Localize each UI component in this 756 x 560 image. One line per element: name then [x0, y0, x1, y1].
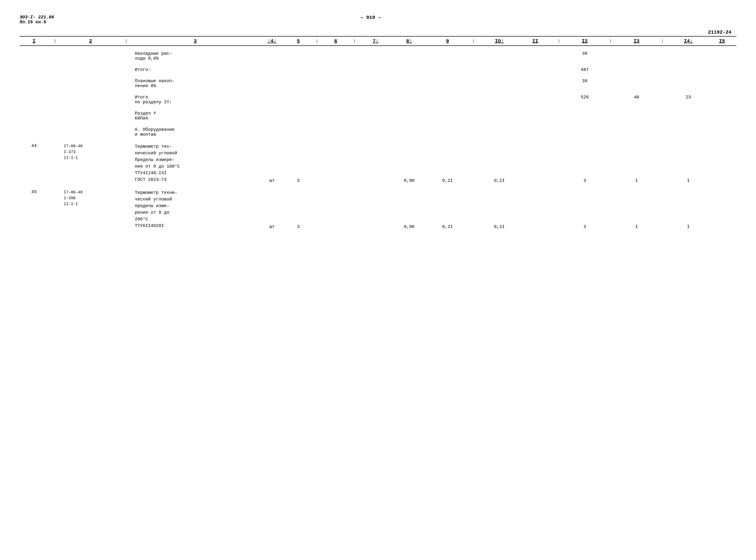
cell-overhead-c12: 39 [566, 50, 604, 62]
sep5: : [310, 37, 324, 46]
col-header-8: 8: [390, 37, 428, 46]
cell-45-c8: 0,90 [390, 188, 428, 230]
col-header-9: 9 [428, 37, 467, 46]
spacer-1 [20, 46, 736, 50]
cell-44-unit: шт [258, 142, 286, 184]
col-header-15: I5 [708, 37, 736, 46]
col-header-13: I3 [617, 37, 656, 46]
page-number: – 919 – [54, 15, 687, 20]
sep12: : [604, 37, 617, 46]
cell-45-unit: шт [258, 188, 286, 230]
cell-44-c12: 3 [566, 142, 604, 184]
cell-45-c13: I [617, 188, 656, 230]
cell-itogo2-c14: 23 [669, 94, 708, 105]
doc-ref-line1: ЭО3-I- 221.86 [20, 15, 54, 20]
spacer-6 [20, 122, 736, 126]
cell-45-c14: I [669, 188, 708, 230]
col-header-11: II [518, 37, 552, 46]
doc-number: 21192-24 [20, 29, 736, 35]
cell-44-c13: I [617, 142, 656, 184]
spacer-4 [20, 89, 736, 94]
cell-44-c1: 44 [20, 142, 48, 184]
col-header-6: 6 [324, 37, 348, 46]
spacer-8 [20, 184, 736, 188]
cell-itogo1-c12: 487 [566, 66, 604, 73]
col-header-2: 2 [62, 37, 120, 46]
cell-razdel-c3: Раздел YКИПиА [133, 110, 258, 122]
cell-44-c3: Термометр тех–нический угловойПределы из… [133, 142, 258, 184]
cell-45-c12: 3 [566, 188, 604, 230]
col-header-5: 5 [286, 37, 310, 46]
row-overhead: Накладные рас–ходы 8,6% 39 [20, 50, 736, 62]
sep9: : [467, 37, 480, 46]
cell-44-c2: I7–06–48I–373II–I–I [62, 142, 120, 184]
cell-planned-c3: Плановые накоп–ления 8% [133, 78, 258, 89]
sep2: : [120, 37, 133, 46]
row-44: 44 I7–06–48I–373II–I–I Термометр тех–нич… [20, 142, 736, 184]
main-table-container: 21192-24 I : 2 : 3 :4: 5 : 6 : 7: 8: 9 : [20, 29, 736, 230]
col-header-10: IO: [480, 37, 518, 46]
cell-45-qty: 3 [286, 188, 310, 230]
column-headers-row: I : 2 : 3 :4: 5 : 6 : 7: 8: 9 : IO: II :… [20, 37, 736, 46]
row-equipment-header: А. Оборудованиеи монтаж [20, 126, 736, 138]
cell-overhead-c1 [20, 50, 48, 62]
spacer-3 [20, 73, 736, 78]
sep1: : [48, 37, 62, 46]
cell-itogo2-c12: 526 [566, 94, 604, 105]
row-razdel: Раздел YКИПиА [20, 110, 736, 122]
spacer-2 [20, 62, 736, 66]
main-table: I : 2 : 3 :4: 5 : 6 : 7: 8: 9 : IO: II :… [20, 36, 736, 230]
cell-equipment-c3: А. Оборудованиеи монтаж [133, 126, 258, 138]
cell-planned-c12: 39 [566, 78, 604, 89]
cell-44-c9: 0,2I [428, 142, 467, 184]
cell-45-c3: Термометр техни–ческий угловойпределы из… [133, 188, 258, 230]
row-itogo2: Итогопо разделу IY: 526 40 23 [20, 94, 736, 105]
row-itogo1: Итого: 487 [20, 66, 736, 73]
cell-itogo2-c3: Итогопо разделу IY: [133, 94, 258, 105]
spacer-5 [20, 105, 736, 110]
cell-44-c8: 0,90 [390, 142, 428, 184]
spacer-7 [20, 138, 736, 142]
col-header-3: 3 [133, 37, 258, 46]
cell-itogo2-c13: 40 [617, 94, 656, 105]
cell-itogo1-c3: Итого: [133, 66, 258, 73]
sep11: : [552, 37, 566, 46]
cell-44-c14: I [669, 142, 708, 184]
col-header-1: I [20, 37, 48, 46]
col-header-14: I4: [669, 37, 708, 46]
col-header-7: 7: [361, 37, 390, 46]
doc-ref-line2: Лл.I6 кн.5 [20, 20, 54, 24]
cell-overhead-c3: Накладные рас–ходы 8,6% [133, 50, 258, 62]
cell-44-c10: 0,2I [480, 142, 518, 184]
doc-reference: ЭО3-I- 221.86 Лл.I6 кн.5 [20, 15, 54, 24]
cell-45-c2: I7–06–48I–398II–I–I [62, 188, 120, 230]
page-header: ЭО3-I- 221.86 Лл.I6 кн.5 – 919 – [20, 15, 736, 24]
cell-44-qty: 3 [286, 142, 310, 184]
cell-overhead-c2 [62, 50, 120, 62]
row-planned: Плановые накоп–ления 8% 39 [20, 78, 736, 89]
sep6: : [348, 37, 361, 46]
cell-45-c9: 0,2I [428, 188, 467, 230]
col-header-12: I2 [566, 37, 604, 46]
col-header-4: :4: [258, 37, 286, 46]
row-45: 45 I7–06–48I–398II–I–I Термометр техни–ч… [20, 188, 736, 230]
cell-45-c10: 0,2I [480, 188, 518, 230]
cell-45-c1: 45 [20, 188, 48, 230]
sep13: : [656, 37, 669, 46]
